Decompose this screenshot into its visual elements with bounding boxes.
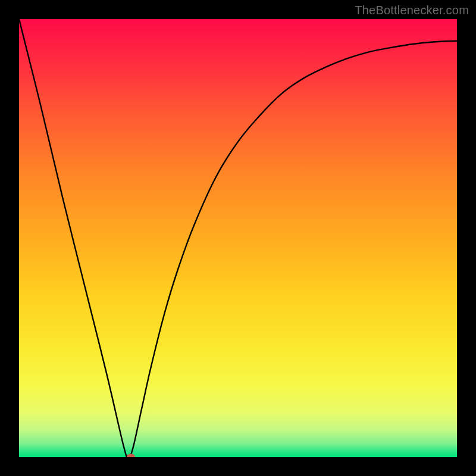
watermark-text: TheBottlenecker.com bbox=[355, 4, 469, 17]
optimal-point-marker bbox=[127, 454, 135, 458]
bottleneck-curve bbox=[19, 19, 457, 457]
chart-frame: TheBottlenecker.com bbox=[0, 0, 476, 476]
plot-area bbox=[19, 19, 457, 457]
